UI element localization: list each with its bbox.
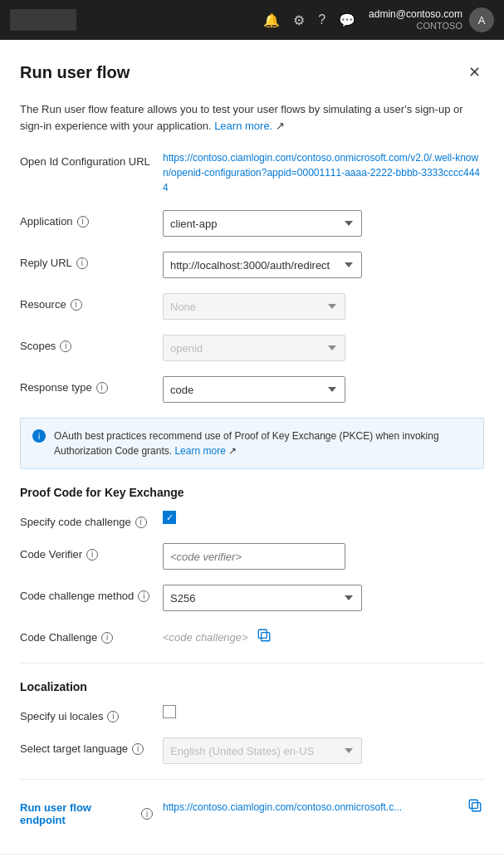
help-icon[interactable]: ? [318,12,325,27]
target-language-row: Select target language i English (United… [20,737,484,764]
info-banner-icon: i [32,429,46,443]
target-language-info-icon: i [132,743,144,755]
topbar: 🔔 ⚙ ? 💬 admin@contoso.com CONTOSO A [0,0,504,40]
learn-more-link[interactable]: Learn more. [214,120,272,132]
specify-locale-label: Specify ui locales i [20,705,153,722]
scopes-value: openid [163,335,484,361]
code-challenge-method-info-icon: i [138,590,149,602]
endpoint-info-icon: i [141,808,153,820]
code-verifier-info-icon: i [86,549,98,561]
info-banner-learn-more-link[interactable]: Learn more [174,445,225,457]
response-type-value: code [163,376,484,403]
code-verifier-row: Code Verifier i [20,543,484,570]
panel-title: Run user flow [20,63,130,82]
code-challenge-method-label: Code challenge method i [20,585,153,602]
reply-url-value: http://localhost:3000/auth/redirect [163,252,484,278]
scopes-label: Scopes i [20,335,153,352]
specify-code-challenge-label: Specify code challenge i [20,511,153,528]
user-tenant: CONTOSO [369,21,462,32]
avatar[interactable]: A [469,7,494,32]
endpoint-url-text: https://contoso.ciamlogin.com/contoso.on… [163,801,459,813]
specify-code-challenge-row: Specify code challenge i ✓ [20,511,484,528]
openid-row: Open Id Configuration URL https://contos… [20,150,484,195]
reply-url-row: Reply URL i http://localhost:3000/auth/r… [20,252,484,278]
scopes-select[interactable]: openid [163,335,345,361]
target-language-value: English (United States) en-US [163,737,484,764]
localization-section-title: Localization [20,680,484,693]
code-challenge-row: Code Challenge i <code challenge> [20,626,484,648]
response-type-row: Response type i code [20,376,484,403]
info-banner-text: OAuth best practices recommend use of Pr… [54,428,472,458]
specify-code-challenge-checkbox-wrapper: ✓ [163,511,484,524]
code-challenge-text: <code challenge> [163,631,248,644]
response-type-select[interactable]: code [163,376,345,403]
endpoint-copy-button[interactable] [466,796,484,818]
application-row: Application i client-app [20,210,484,237]
specify-code-challenge-checkbox[interactable]: ✓ [163,511,176,524]
user-name: admin@contoso.com CONTOSO [369,8,462,32]
specify-locale-checkbox-wrapper [163,705,484,718]
endpoint-divider [20,779,484,780]
code-challenge-label: Code Challenge i [20,626,153,644]
openid-label: Open Id Configuration URL [20,150,153,168]
reply-url-select[interactable]: http://localhost:3000/auth/redirect [163,252,362,278]
svg-rect-3 [469,800,477,808]
close-button[interactable]: ✕ [465,60,484,85]
checkmark-icon: ✓ [166,513,174,522]
resource-row: Resource i None [20,293,484,320]
endpoint-label: Run user flow endpoint i [20,796,153,826]
scopes-row: Scopes i openid [20,335,484,361]
info-banner: i OAuth best practices recommend use of … [20,418,484,469]
code-verifier-label: Code Verifier i [20,543,153,561]
description-text: The Run user flow feature allows you to … [20,101,484,134]
application-select[interactable]: client-app [163,210,362,237]
pkce-section-title: Proof Code for Key Exchange [20,486,484,499]
settings-icon[interactable]: ⚙ [293,12,305,28]
specify-locale-row: Specify ui locales i [20,705,484,722]
specify-code-challenge-info-icon: i [135,517,147,528]
target-language-label: Select target language i [20,737,153,755]
resource-select[interactable]: None [163,293,345,320]
reply-url-info-icon: i [76,257,88,269]
specify-locale-value [163,705,484,718]
application-info-icon: i [77,216,89,228]
endpoint-label-text: Run user flow endpoint [20,801,137,826]
specify-locale-checkbox[interactable] [163,705,176,718]
svg-rect-1 [258,629,267,638]
resource-info-icon: i [71,299,82,311]
code-challenge-method-select[interactable]: S256 [163,585,362,611]
scopes-info-icon: i [60,340,71,352]
code-challenge-value-wrapper: <code challenge> [163,626,484,648]
application-value: client-app [163,210,484,237]
divider [20,663,484,664]
endpoint-value-wrapper: https://contoso.ciamlogin.com/contoso.on… [163,796,484,818]
code-verifier-value [163,543,484,570]
chat-icon[interactable]: 💬 [339,12,355,28]
main-panel: Run user flow ✕ The Run user flow featur… [0,40,504,857]
topbar-left [10,9,250,31]
code-challenge-info-icon: i [101,632,113,644]
code-challenge-method-value: S256 [163,585,484,611]
bell-icon[interactable]: 🔔 [263,12,280,28]
reply-url-label: Reply URL i [20,252,153,269]
action-bar: Run user flow Cancel [0,854,504,857]
svg-rect-2 [472,803,481,811]
code-challenge-copy-button[interactable] [255,626,273,648]
code-challenge-method-row: Code challenge method i S256 [20,585,484,611]
response-type-label: Response type i [20,376,153,394]
endpoint-row: Run user flow endpoint i https://contoso… [20,796,484,826]
specify-code-challenge-value: ✓ [163,511,484,524]
specify-locale-info-icon: i [107,711,119,722]
target-language-select[interactable]: English (United States) en-US [163,737,362,764]
svg-rect-0 [261,633,269,641]
user-profile[interactable]: admin@contoso.com CONTOSO A [369,7,494,32]
code-verifier-input[interactable] [163,543,345,570]
panel-header: Run user flow ✕ [20,60,484,85]
search-input[interactable] [10,9,76,31]
openid-value: https://contoso.ciamlogin.com/contoso.on… [163,150,484,195]
resource-label: Resource i [20,293,153,311]
response-type-info-icon: i [96,382,108,394]
resource-value: None [163,293,484,320]
application-label: Application i [20,210,153,228]
